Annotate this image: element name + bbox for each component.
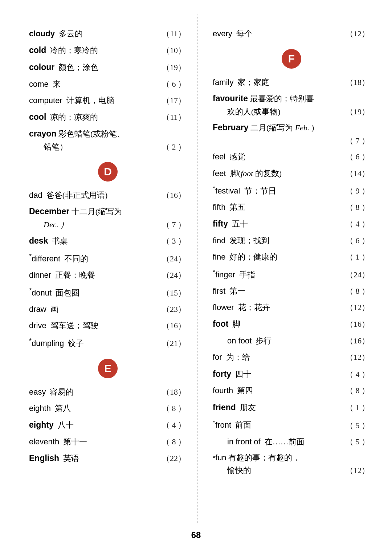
list-item: draw 画 （23） xyxy=(29,301,187,317)
right-column: every 每个 （12） F family 家；家庭 （18） xyxy=(198,15,392,523)
list-item: forty 四十 （ 4 ） xyxy=(213,366,370,383)
list-item: colour 颜色；涂色 （19） xyxy=(29,59,187,76)
list-item: *finger 手指 （24） xyxy=(213,265,370,283)
letter-f-circle: F xyxy=(282,49,301,69)
list-item: fine 好的；健康的 （ 1 ） xyxy=(213,249,370,265)
list-item: February 二月(缩写为 Feb. ) （ 7 ） xyxy=(213,119,370,148)
list-item: crayon 彩色蜡笔(或粉笔、 铅笔） （ 2 ） xyxy=(29,126,187,155)
list-item: for 为；给 （12） xyxy=(213,349,370,365)
list-item: fifth 第五 （ 8 ） xyxy=(213,199,370,215)
section-d-header: D xyxy=(29,162,187,182)
list-item: *different 不同的 （24） xyxy=(29,249,187,267)
list-item: cold 冷的；寒冷的 （10） xyxy=(29,42,187,59)
list-item: find 发现；找到 （ 6 ） xyxy=(213,232,370,249)
list-item: English 英语 （22） xyxy=(29,450,187,467)
columns: cloudy 多云的 （11） cold 冷的；寒冷的 （10） colour … xyxy=(0,15,392,523)
list-item: desk 书桌 （ 3 ） xyxy=(29,232,187,249)
list-item: fifty 五十 （ 4 ） xyxy=(213,215,370,232)
list-item: *front 前面 （ 5 ） xyxy=(213,416,370,433)
list-item: December 十二月(缩写为 Dec. ） （ 7 ） xyxy=(29,203,187,232)
list-item: *festival 节；节日 （ 9 ） xyxy=(213,182,370,199)
list-item: feet 脚(foot 的复数) （14） xyxy=(213,165,370,182)
list-item: *dumpling 饺子 （21） xyxy=(29,334,187,352)
list-item: in front of 在……前面 （ 5 ） xyxy=(213,433,370,450)
list-item: eleventh 第十一 （ 8 ） xyxy=(29,433,187,450)
list-item: cloudy 多云的 （11） xyxy=(29,25,187,42)
list-item: friend 朋友 （ 1 ） xyxy=(213,399,370,416)
list-item: fourth 第四 （ 8 ） xyxy=(213,382,370,399)
list-item: come 来 （ 6 ） xyxy=(29,76,187,92)
list-item: drive 驾车送；驾驶 （16） xyxy=(29,317,187,334)
list-item: eighty 八十 （ 4 ） xyxy=(29,416,187,433)
list-item: *fun 有趣的事；有趣的， 愉快的 （12） xyxy=(213,450,370,478)
page-number: 68 xyxy=(0,523,392,540)
list-item: *donut 面包圈 （15） xyxy=(29,284,187,301)
list-item: favourite 最喜爱的；特别喜 欢的人(或事物) （19） xyxy=(213,90,370,119)
list-item: dinner 正餐；晚餐 （24） xyxy=(29,267,187,283)
list-item: easy 容易的 （18） xyxy=(29,384,187,400)
list-item: computer 计算机，电脑 （17） xyxy=(29,92,187,109)
list-item: foot 脚 （16） xyxy=(213,315,370,333)
list-item: flower 花；花卉 （12） xyxy=(213,299,370,315)
list-item: on foot 步行 （16） xyxy=(213,333,370,349)
left-column: cloudy 多云的 （11） cold 冷的；寒冷的 （10） colour … xyxy=(0,15,198,523)
list-item: every 每个 （12） xyxy=(213,25,370,42)
list-item: feel 感觉 （ 6 ） xyxy=(213,148,370,165)
section-f-header: F xyxy=(213,49,370,69)
list-item: dad 爸爸(非正式用语) （16） xyxy=(29,187,187,203)
list-item: first 第一 （ 8 ） xyxy=(213,283,370,299)
list-item: family 家；家庭 （18） xyxy=(213,74,370,90)
list-item: cool 凉的；凉爽的 （11） xyxy=(29,109,187,126)
section-e-header: E xyxy=(29,359,187,378)
letter-e-circle: E xyxy=(98,359,118,378)
page: cloudy 多云的 （11） cold 冷的；寒冷的 （10） colour … xyxy=(0,0,392,546)
letter-d-circle: D xyxy=(98,162,118,182)
list-item: eighth 第八 （ 8 ） xyxy=(29,400,187,416)
